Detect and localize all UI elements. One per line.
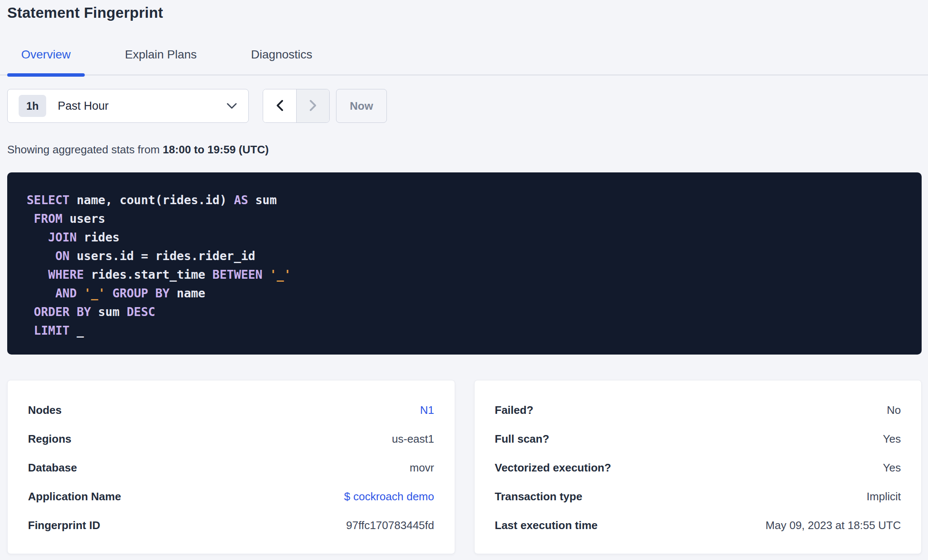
info-value-regions: us-east1 — [392, 432, 434, 446]
time-controls: 1h Past Hour — [0, 89, 928, 123]
tab-explain-plans[interactable]: Explain Plans — [111, 47, 211, 75]
info-row-regions: Regionsus-east1 — [28, 424, 434, 453]
info-label: Nodes — [28, 404, 61, 417]
info-value-vectorized-execution: Yes — [883, 461, 901, 474]
stats-prefix: Showing aggregated stats from — [7, 143, 163, 156]
sql-code-line: ORDER BY sum DESC — [27, 303, 902, 322]
info-label: Last execution time — [495, 519, 598, 532]
info-value-link-application-name[interactable]: $ cockroach demo — [344, 490, 434, 503]
info-label: Database — [28, 461, 77, 474]
next-interval-button[interactable] — [296, 89, 329, 122]
info-label: Failed? — [495, 404, 533, 417]
info-value-full-scan: Yes — [883, 432, 901, 446]
info-label: Vectorized execution? — [495, 461, 611, 474]
info-row-database: Databasemovr — [28, 453, 434, 482]
info-value-failed: No — [887, 404, 901, 417]
info-value-last-execution-time: May 09, 2023 at 18:55 UTC — [766, 519, 901, 532]
info-row-transaction-type: Transaction typeImplicit — [495, 482, 901, 511]
info-row-vectorized-execution: Vectorized execution?Yes — [495, 453, 901, 482]
info-row-last-execution-time: Last execution timeMay 09, 2023 at 18:55… — [495, 511, 901, 540]
statement-fingerprint-page: Statement Fingerprint OverviewExplain Pl… — [0, 3, 928, 560]
now-button[interactable]: Now — [336, 89, 387, 123]
sql-code-line: ON users.id = rides.rider_id — [27, 247, 902, 266]
statement-details-card: NodesN1Regionsus-east1DatabasemovrApplic… — [7, 380, 455, 554]
sql-code-line: AND '_' GROUP BY name — [27, 284, 902, 303]
chevron-down-icon — [226, 103, 237, 109]
details-cards: NodesN1Regionsus-east1DatabasemovrApplic… — [0, 380, 928, 554]
tab-overview[interactable]: Overview — [7, 47, 85, 75]
info-row-failed: Failed?No — [495, 396, 901, 424]
time-interval-picker[interactable]: 1h Past Hour — [7, 89, 249, 123]
chevron-left-icon — [275, 99, 284, 114]
info-label: Full scan? — [495, 432, 550, 446]
interval-label: Past Hour — [58, 100, 108, 113]
stats-summary: Showing aggregated stats from 18:00 to 1… — [0, 142, 928, 157]
sql-code-line: LIMIT _ — [27, 322, 902, 340]
stats-range: 18:00 to 19:59 (UTC) — [163, 143, 269, 156]
sql-statement-box: SELECT name, count(rides.id) AS sum FROM… — [7, 172, 922, 355]
page-title: Statement Fingerprint — [7, 3, 921, 22]
info-row-nodes: NodesN1 — [28, 396, 434, 424]
sql-code-line: SELECT name, count(rides.id) AS sum — [27, 191, 902, 210]
execution-details-card: Failed?NoFull scan?YesVectorized executi… — [474, 380, 922, 554]
info-value-link-nodes[interactable]: N1 — [420, 404, 434, 417]
sql-code-line: FROM users — [27, 210, 902, 228]
chevron-right-icon — [308, 99, 318, 114]
prev-interval-button[interactable] — [263, 89, 296, 122]
sql-code-line: WHERE rides.start_time BETWEEN '_' — [27, 266, 902, 284]
tab-diagnostics[interactable]: Diagnostics — [237, 47, 326, 75]
sql-code-line: JOIN rides — [27, 228, 902, 247]
info-label: Application Name — [28, 490, 121, 503]
time-nav-group — [263, 89, 330, 123]
info-label: Fingerprint ID — [28, 519, 100, 532]
info-label: Transaction type — [495, 490, 583, 503]
info-row-full-scan: Full scan?Yes — [495, 424, 901, 453]
info-row-application-name: Application Name$ cockroach demo — [28, 482, 434, 511]
tab-bar: OverviewExplain PlansDiagnostics — [0, 47, 928, 75]
info-value-fingerprint-id: 97ffc170783445fd — [346, 519, 434, 532]
info-value-database: movr — [410, 461, 434, 474]
info-row-fingerprint-id: Fingerprint ID97ffc170783445fd — [28, 511, 434, 540]
info-label: Regions — [28, 432, 72, 446]
info-value-transaction-type: Implicit — [867, 490, 901, 503]
interval-badge: 1h — [19, 95, 46, 117]
